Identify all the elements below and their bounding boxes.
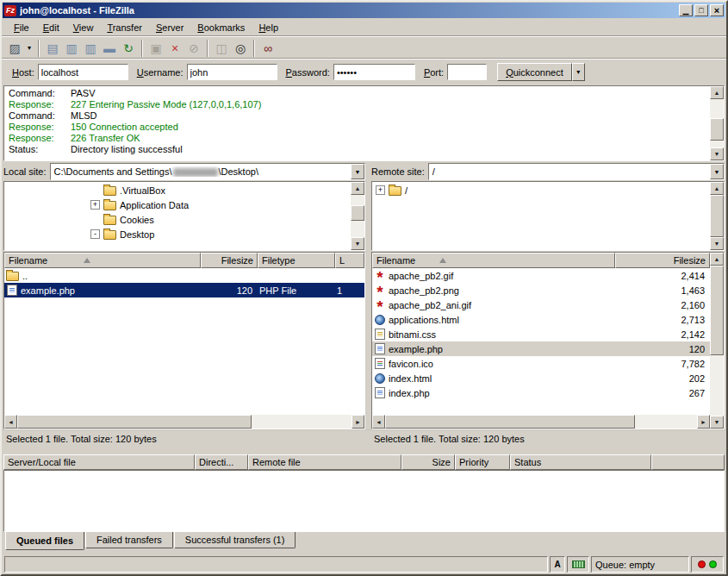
- tree-item[interactable]: +/: [372, 183, 710, 197]
- menu-file[interactable]: File: [7, 21, 36, 34]
- scroll-thumb[interactable]: [351, 205, 364, 221]
- column-header-status[interactable]: Status: [510, 454, 651, 470]
- file-row-selected[interactable]: example.php 120 PHP File 1: [4, 283, 364, 297]
- file-row[interactable]: favicon.ico7,782: [372, 356, 710, 371]
- quickconnect-button[interactable]: Quickconnect: [497, 63, 572, 81]
- vertical-splitter[interactable]: [365, 181, 371, 251]
- tree-item[interactable]: .VirtualBox: [4, 183, 351, 197]
- scroll-track[interactable]: [710, 266, 724, 416]
- expander[interactable]: -: [90, 229, 100, 239]
- remote-tree-scrollbar[interactable]: ▲ ▼: [710, 182, 724, 250]
- column-header-lastmodified[interactable]: L: [335, 253, 364, 268]
- scroll-track[interactable]: [385, 415, 697, 429]
- menu-transfer[interactable]: Transfer: [100, 21, 149, 34]
- scroll-track[interactable]: [710, 195, 724, 237]
- scroll-thumb[interactable]: [710, 266, 724, 355]
- scroll-up-icon[interactable]: ▲: [710, 253, 724, 266]
- column-header-server-local-file[interactable]: Server/Local file: [3, 454, 195, 470]
- file-row[interactable]: ..: [4, 268, 364, 283]
- file-row[interactable]: *apache_pb2.png1,463: [372, 283, 710, 297]
- scroll-up-icon[interactable]: ▲: [351, 182, 364, 195]
- transfer-queue-list[interactable]: [3, 470, 725, 532]
- scroll-track[interactable]: [710, 99, 724, 147]
- remote-list-vscrollbar[interactable]: ▲ ▼: [710, 253, 724, 429]
- scroll-thumb[interactable]: [710, 118, 724, 141]
- scroll-up-icon[interactable]: ▲: [710, 86, 724, 99]
- file-row[interactable]: applications.html2,713: [372, 312, 710, 327]
- file-row[interactable]: bitnami.css2,142: [372, 327, 710, 341]
- menu-edit[interactable]: Edit: [36, 21, 66, 34]
- tab-queued-files[interactable]: Queued files: [5, 532, 84, 550]
- process-queue-button[interactable]: ▣: [146, 39, 165, 58]
- local-tree-scrollbar[interactable]: ▲ ▼: [351, 182, 364, 250]
- file-row[interactable]: index.html202: [372, 371, 710, 385]
- password-input[interactable]: [333, 64, 415, 80]
- titlebar[interactable]: Fz john@localhost - FileZilla ▁ □ ×: [3, 3, 725, 18]
- column-header-filesize[interactable]: Filesize: [615, 253, 710, 268]
- find-files-button[interactable]: ◎: [231, 39, 250, 58]
- scroll-up-icon[interactable]: ▲: [710, 182, 724, 195]
- tree-item[interactable]: Cookies: [4, 212, 351, 227]
- local-site-combo[interactable]: C:\Documents and Settings\\Desktop\ ▼: [50, 163, 365, 180]
- column-header-filesize[interactable]: Filesize: [201, 253, 258, 268]
- chevron-down-icon[interactable]: ▼: [710, 164, 724, 179]
- scroll-left-icon[interactable]: ◄: [372, 415, 385, 429]
- host-input[interactable]: [38, 64, 128, 80]
- chevron-down-icon[interactable]: ▼: [351, 164, 364, 179]
- file-row-selected[interactable]: example.php120: [372, 341, 710, 356]
- tree-item[interactable]: +Application Data: [4, 197, 351, 212]
- log-scrollbar[interactable]: ▲ ▼: [710, 86, 724, 160]
- vertical-splitter[interactable]: [365, 252, 371, 429]
- toggle-local-tree-button[interactable]: ▥: [62, 39, 81, 58]
- file-row[interactable]: *apache_pb2.gif2,414: [372, 268, 710, 283]
- column-header-priority[interactable]: Priority: [455, 454, 510, 470]
- scroll-down-icon[interactable]: ▼: [710, 147, 724, 160]
- maximize-button[interactable]: □: [694, 4, 708, 16]
- scroll-track[interactable]: [351, 195, 364, 237]
- remote-list-hscrollbar[interactable]: ◄ ►: [372, 415, 710, 429]
- minimize-button[interactable]: ▁: [679, 4, 693, 16]
- scroll-down-icon[interactable]: ▼: [710, 237, 724, 250]
- toggle-message-log-button[interactable]: ▤: [43, 39, 62, 58]
- scroll-thumb[interactable]: [385, 415, 635, 429]
- file-row[interactable]: index.php267: [372, 385, 710, 400]
- scroll-right-icon[interactable]: ►: [697, 415, 710, 429]
- scroll-down-icon[interactable]: ▼: [351, 237, 364, 250]
- username-input[interactable]: [187, 64, 277, 80]
- menu-server[interactable]: Server: [149, 21, 190, 34]
- menu-bookmarks[interactable]: Bookmarks: [190, 21, 252, 34]
- column-header-filetype[interactable]: Filetype: [258, 253, 335, 268]
- tree-item[interactable]: -Desktop: [4, 227, 351, 241]
- scroll-down-icon[interactable]: ▼: [710, 416, 724, 429]
- scroll-thumb[interactable]: [17, 415, 252, 429]
- speed-limits-button[interactable]: ∞: [258, 39, 277, 58]
- close-button[interactable]: ×: [710, 4, 724, 16]
- column-header-size[interactable]: Size: [401, 454, 455, 470]
- column-header-filename[interactable]: Filename: [4, 253, 201, 268]
- tab-successful-transfers[interactable]: Successful transfers (1): [174, 532, 296, 548]
- local-list-hscrollbar[interactable]: ◄ ►: [4, 415, 364, 429]
- column-header-direction[interactable]: Directi...: [195, 454, 248, 470]
- disconnect-button[interactable]: ⊘: [184, 39, 203, 58]
- menu-help[interactable]: Help: [252, 21, 285, 34]
- refresh-button[interactable]: ↻: [119, 39, 138, 58]
- column-header-remote-file[interactable]: Remote file: [248, 454, 401, 470]
- scroll-right-icon[interactable]: ►: [352, 415, 364, 429]
- site-manager-button[interactable]: ▨: [5, 39, 24, 58]
- menu-view[interactable]: View: [66, 21, 101, 34]
- expander[interactable]: +: [376, 185, 385, 195]
- quickconnect-dropdown[interactable]: ▾: [572, 63, 585, 81]
- site-manager-dropdown[interactable]: ▾: [24, 39, 34, 58]
- expander[interactable]: +: [90, 200, 100, 210]
- toggle-queue-button[interactable]: ▬: [100, 39, 119, 58]
- scroll-left-icon[interactable]: ◄: [4, 415, 17, 429]
- horizontal-splitter[interactable]: [2, 448, 726, 454]
- cancel-button[interactable]: ×: [165, 39, 184, 58]
- file-row[interactable]: *apache_pb2_ani.gif2,160: [372, 297, 710, 312]
- toggle-remote-tree-button[interactable]: ▥: [81, 39, 100, 58]
- scroll-track[interactable]: [17, 415, 352, 429]
- remote-site-combo[interactable]: / ▼: [428, 163, 725, 180]
- directory-comparison-button[interactable]: ◫: [212, 39, 231, 58]
- port-input[interactable]: [447, 64, 487, 80]
- scroll-thumb[interactable]: [710, 195, 724, 237]
